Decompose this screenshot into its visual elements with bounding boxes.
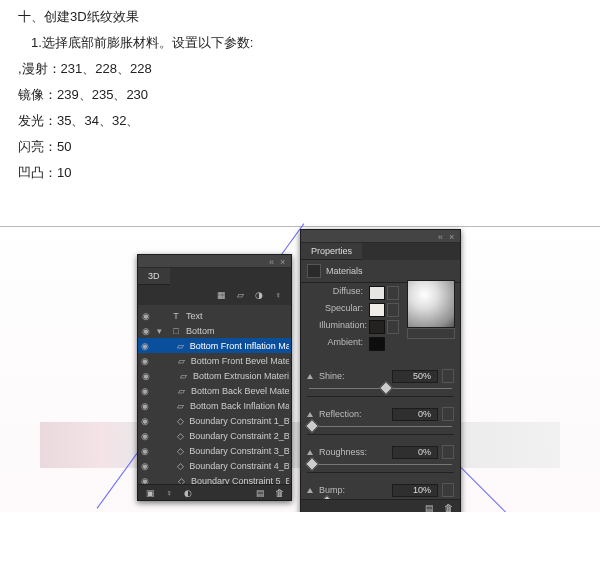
- close-icon[interactable]: ×: [280, 257, 288, 265]
- visibility-eye-icon[interactable]: ◉: [140, 461, 150, 471]
- doc-line-shine: 闪亮：50: [18, 136, 600, 158]
- panel-properties-tabstrip: Properties: [301, 243, 460, 260]
- panel-properties-footer: ▤ 🗑: [301, 499, 460, 512]
- tree-row[interactable]: ◉▱Bottom Back Inflation Mate...: [138, 398, 291, 413]
- visibility-eye-icon[interactable]: ◉: [140, 326, 152, 336]
- slider-label-bump: Bump:: [319, 485, 363, 495]
- collapse-icon[interactable]: «: [438, 232, 446, 240]
- visibility-eye-icon[interactable]: ◉: [140, 371, 151, 381]
- trash-icon[interactable]: 🗑: [272, 486, 286, 500]
- slider-texture-picker-roughness[interactable]: [442, 445, 454, 459]
- slider-value-bump[interactable]: 10%: [392, 484, 438, 497]
- label-illumination: Illumination:: [319, 320, 363, 334]
- doc-title: 十、创建3D纸纹效果: [18, 6, 600, 28]
- tab-properties[interactable]: Properties: [301, 243, 362, 260]
- slider-texture-picker-reflection[interactable]: [442, 407, 454, 421]
- tree-row[interactable]: ◉▱Bottom Front Bevel Material: [138, 353, 291, 368]
- visibility-eye-icon[interactable]: ◉: [140, 401, 150, 411]
- filter-scene-icon[interactable]: ▦: [214, 288, 228, 302]
- render-settings-icon[interactable]: ▤: [422, 501, 436, 513]
- swatch-diffuse-picker[interactable]: [387, 286, 399, 300]
- tree-row[interactable]: ◉◇Boundary Constraint 2_Bott...: [138, 428, 291, 443]
- filter-mesh-icon[interactable]: ▱: [233, 288, 247, 302]
- document-body: 十、创建3D纸纹效果 1.选择底部前膨胀材料。设置以下参数: ,漫射：231、2…: [0, 0, 600, 184]
- panel-3d[interactable]: « × 3D ▦ ▱ ◑ ♀ ◉TText◉▾□Bottom◉▱Bottom F…: [137, 254, 292, 501]
- swatch-ambient[interactable]: [369, 337, 385, 351]
- tab-3d[interactable]: 3D: [138, 268, 170, 285]
- tree-row[interactable]: ◉▱Bottom Extrusion Material: [138, 368, 291, 383]
- visibility-eye-icon[interactable]: ◉: [140, 341, 150, 351]
- visibility-eye-icon[interactable]: ◉: [140, 386, 151, 396]
- slider-track-shine[interactable]: [307, 382, 454, 392]
- close-icon[interactable]: ×: [449, 232, 457, 240]
- item-type-icon: ◇: [174, 444, 186, 458]
- render-icon[interactable]: ◐: [181, 486, 195, 500]
- slider-value-reflection[interactable]: 0%: [392, 408, 438, 421]
- disclosure-icon[interactable]: [307, 488, 313, 493]
- tree-row-label: Boundary Constraint 4_Bott...: [189, 461, 289, 471]
- tree-row[interactable]: ◉▾□Bottom: [138, 323, 291, 338]
- visibility-eye-icon[interactable]: ◉: [140, 311, 152, 321]
- item-type-icon: ▱: [175, 399, 187, 413]
- visibility-eye-icon[interactable]: ◉: [140, 356, 151, 366]
- sliders-group: Shine:50%Reflection:0%Roughness:0%Bump:1…: [301, 351, 460, 512]
- swatch-diffuse[interactable]: [369, 286, 385, 300]
- item-type-icon: T: [169, 309, 183, 323]
- disclosure-icon[interactable]: [307, 412, 313, 417]
- light-icon[interactable]: ♀: [162, 486, 176, 500]
- panel-3d-tabstrip: 3D: [138, 268, 291, 285]
- label-specular: Specular:: [319, 303, 363, 317]
- doc-step1: 1.选择底部前膨胀材料。设置以下参数:: [18, 32, 600, 54]
- filter-light-icon[interactable]: ♀: [271, 288, 285, 302]
- label-diffuse: Diffuse:: [319, 286, 363, 300]
- visibility-eye-icon[interactable]: ◉: [140, 416, 150, 426]
- slider-label-shine: Shine:: [319, 371, 363, 381]
- tree-row[interactable]: ◉◇Boundary Constraint 1_Bott...: [138, 413, 291, 428]
- panel-properties-titlebar[interactable]: « ×: [301, 230, 460, 243]
- slider-texture-picker-shine[interactable]: [442, 369, 454, 383]
- slider-label-reflection: Reflection:: [319, 409, 363, 419]
- doc-line-bump: 凹凸：10: [18, 162, 600, 184]
- trash-icon[interactable]: 🗑: [441, 501, 455, 513]
- item-type-icon: ◇: [174, 459, 186, 473]
- filter-material-icon[interactable]: ◑: [252, 288, 266, 302]
- tree-row[interactable]: ◉▱Bottom Front Inflation Mate...: [138, 338, 291, 353]
- tree-row[interactable]: ◉TText: [138, 308, 291, 323]
- swatch-illumination[interactable]: [369, 320, 385, 334]
- material-preview-picker[interactable]: [407, 328, 455, 339]
- camera-icon[interactable]: ▣: [143, 486, 157, 500]
- panel-3d-tree[interactable]: ◉TText◉▾□Bottom◉▱Bottom Front Inflation …: [138, 305, 291, 488]
- disclosure-icon[interactable]: [307, 450, 313, 455]
- disclosure-icon[interactable]: [307, 374, 313, 379]
- tree-row[interactable]: ◉◇Boundary Constraint 3_Bott...: [138, 443, 291, 458]
- panel-3d-titlebar[interactable]: « ×: [138, 255, 291, 268]
- slider-value-roughness[interactable]: 0%: [392, 446, 438, 459]
- swatch-specular-picker[interactable]: [387, 303, 399, 317]
- slider-label-roughness: Roughness:: [319, 447, 363, 457]
- tree-row-label: Bottom Front Inflation Mate...: [190, 341, 289, 351]
- collapse-icon[interactable]: «: [269, 257, 277, 265]
- visibility-eye-icon[interactable]: ◉: [140, 446, 150, 456]
- swatch-specular[interactable]: [369, 303, 385, 317]
- material-preview-sphere[interactable]: [407, 280, 455, 328]
- item-type-icon: ▱: [175, 339, 187, 353]
- doc-line-specular: 镜像：239、235、230: [18, 84, 600, 106]
- item-type-icon: □: [169, 324, 183, 338]
- slider-value-shine[interactable]: 50%: [392, 370, 438, 383]
- slider-row-reflection: Reflection:0%: [307, 407, 454, 421]
- tree-row[interactable]: ◉▱Bottom Back Bevel Material: [138, 383, 291, 398]
- panel-3d-footer: ▣ ♀ ◐ ▤ 🗑: [138, 484, 291, 500]
- visibility-eye-icon[interactable]: ◉: [140, 431, 150, 441]
- doc-line-illum: 发光：35、34、32、: [18, 110, 600, 132]
- slider-track-roughness[interactable]: [307, 458, 454, 468]
- swatch-illumination-picker[interactable]: [387, 320, 399, 334]
- doc-line-diffuse: ,漫射：231、228、228: [18, 58, 600, 80]
- new-layer-icon[interactable]: ▤: [253, 486, 267, 500]
- tree-row[interactable]: ◉◇Boundary Constraint 4_Bott...: [138, 458, 291, 473]
- slider-track-reflection[interactable]: [307, 420, 454, 430]
- tree-row-label: Bottom: [186, 326, 215, 336]
- panel-properties[interactable]: « × Properties Materials Diffuse: Specul…: [300, 229, 461, 512]
- slider-texture-picker-bump[interactable]: [442, 483, 454, 497]
- twisty-icon[interactable]: ▾: [155, 326, 163, 336]
- materials-icon: [307, 264, 321, 278]
